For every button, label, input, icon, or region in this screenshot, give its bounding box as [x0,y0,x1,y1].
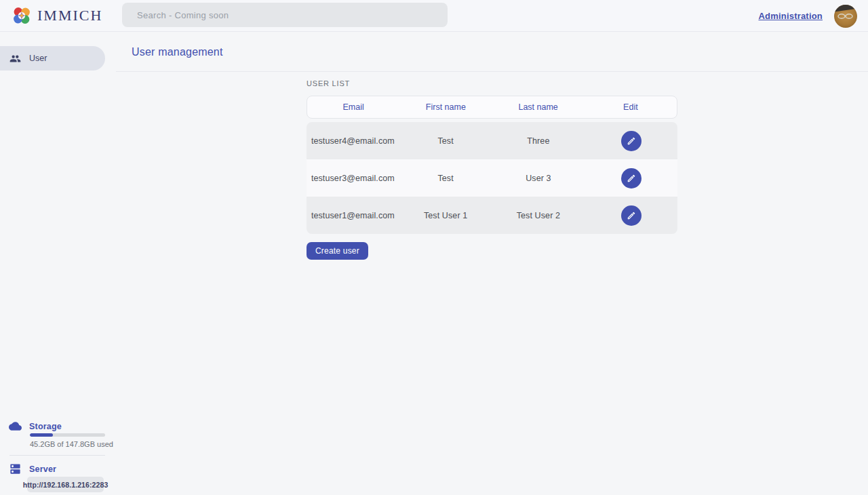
user-table-body: testuser4@email.com Test Three testuser3… [307,122,677,234]
user-table-header: Email First name Last name Edit [307,96,677,119]
storage-progress-bar [30,433,105,437]
cell-email: testuser3@email.com [307,174,399,183]
cell-first-name: Test User 1 [399,211,492,220]
edit-user-button[interactable] [621,168,642,189]
server-url-chip: http://192.168.1.216:2283 [27,477,104,492]
app-title: IMMICH [37,7,102,24]
edit-user-button[interactable] [621,131,642,151]
table-row: testuser3@email.com Test User 3 [307,159,677,197]
column-header-edit: Edit [585,102,677,112]
sidebar-item-user-label: User [29,54,47,63]
immich-flower-icon [11,5,33,26]
cell-email: testuser1@email.com [307,211,399,220]
app-header: IMMICH Administration [0,0,868,32]
users-icon [9,53,21,64]
server-title: Server [29,464,56,474]
pencil-icon [627,211,636,220]
sidebar-divider [9,455,105,456]
sidebar-item-user[interactable]: User [0,46,105,71]
search-input[interactable] [122,3,448,27]
pencil-icon [627,174,636,183]
column-header-first-name: First name [399,102,492,112]
create-user-button[interactable]: Create user [307,242,368,260]
table-row: testuser1@email.com Test User 1 Test Use… [307,197,677,234]
page-title-bar: User management [116,32,868,72]
storage-progress-fill [30,433,53,437]
logo[interactable]: IMMICH [11,5,102,26]
cell-email: testuser4@email.com [307,136,399,146]
edit-user-button[interactable] [621,205,642,226]
storage-title: Storage [29,422,62,431]
cell-last-name: Three [492,136,585,146]
administration-link[interactable]: Administration [758,11,823,21]
cell-first-name: Test [399,136,492,146]
app-root: IMMICH Administration User [0,0,868,495]
cell-last-name: Test User 2 [492,211,585,220]
user-avatar[interactable] [834,5,857,28]
storage-usage-text: 45.2GB of 147.8GB used [30,440,113,448]
sidebar: User Storage 45.2GB of 147.8GB used Serv… [0,32,116,495]
table-row: testuser4@email.com Test Three [307,122,677,159]
cloud-icon [9,420,22,433]
column-header-last-name: Last name [492,102,585,112]
user-list-label: USER LIST [307,79,350,87]
server-icon [9,462,22,475]
pencil-icon [627,136,636,146]
cell-last-name: User 3 [492,174,585,183]
column-header-email: Email [307,102,399,112]
cell-first-name: Test [399,174,492,183]
glasses-photo-detail [837,14,854,19]
page-title: User management [132,32,223,72]
